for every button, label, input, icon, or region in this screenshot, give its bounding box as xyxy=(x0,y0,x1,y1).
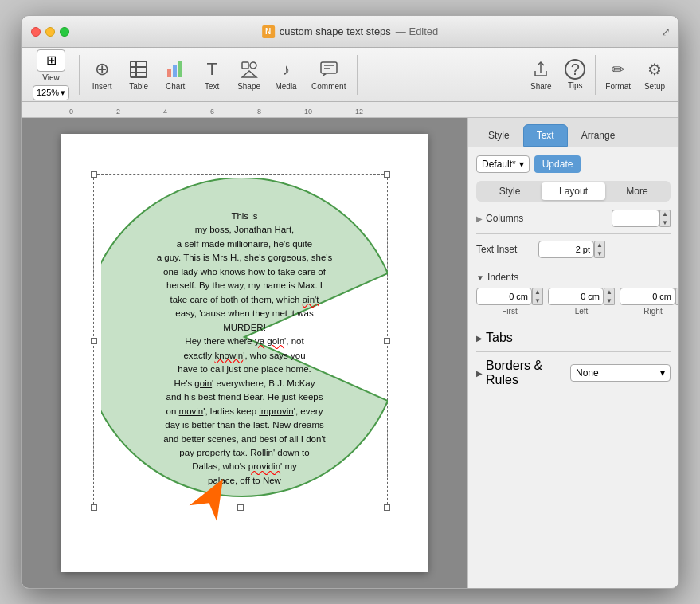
comment-button[interactable]: Comment xyxy=(305,55,352,94)
view-control: ⊞ View 125% ▾ xyxy=(28,46,74,104)
indent-right-label: Right xyxy=(643,307,662,316)
main-content: This is my boss, Jonathan Hart, a self-m… xyxy=(22,118,678,588)
tab-text-label: Text xyxy=(537,130,554,141)
view-button[interactable]: ⊞ View xyxy=(37,49,65,82)
format-button[interactable]: ✏ Format xyxy=(599,55,637,94)
indent-left-row: ▲ ▼ xyxy=(548,288,615,305)
chart-button[interactable]: Chart xyxy=(158,55,193,94)
text-button[interactable]: T Text xyxy=(194,55,229,94)
insert-button[interactable]: ⊕ Insert xyxy=(84,55,119,94)
text-label: Text xyxy=(205,82,219,91)
share-button[interactable]: Share xyxy=(523,55,558,94)
sub-tab-layout[interactable]: Layout xyxy=(542,182,605,200)
indents-header[interactable]: ▼ Indents xyxy=(476,272,671,283)
comment-label: Comment xyxy=(311,82,346,91)
close-button[interactable] xyxy=(31,27,41,37)
divider-1 xyxy=(476,233,671,234)
indent-right-input[interactable] xyxy=(620,288,675,305)
comment-icon xyxy=(318,58,340,80)
expand-button[interactable]: ⤢ xyxy=(661,25,671,38)
indent-right-increment[interactable]: ▲ xyxy=(675,288,678,296)
default-dropdown[interactable]: Default* ▾ xyxy=(476,155,530,173)
separator-2 xyxy=(357,55,358,95)
setup-label: Setup xyxy=(644,82,665,91)
borders-label: Borders & Rules xyxy=(486,359,565,387)
shape-label: Shape xyxy=(237,82,260,91)
view-label: View xyxy=(42,73,60,82)
sub-tab-style[interactable]: Style xyxy=(478,182,542,200)
plain-underline-1: goin xyxy=(194,378,212,388)
tips-button[interactable]: ? Tips xyxy=(558,56,592,93)
sub-tab-style-label: Style xyxy=(499,186,521,197)
window-title: N custom shape text steps — Edited xyxy=(262,25,439,38)
tab-text[interactable]: Text xyxy=(523,124,568,147)
columns-input[interactable] xyxy=(612,210,659,227)
indent-first-decrement[interactable]: ▼ xyxy=(532,296,543,305)
borders-dropdown[interactable]: None ▾ xyxy=(570,364,671,382)
separator xyxy=(79,55,80,95)
ruler-marks: 0 2 4 6 8 10 12 xyxy=(69,108,363,116)
indent-first-increment[interactable]: ▲ xyxy=(532,288,543,296)
text-icon: T xyxy=(201,58,223,80)
default-value: Default* xyxy=(482,159,516,170)
shape-button[interactable]: Shape xyxy=(231,55,267,94)
panel-body: Default* ▾ Update Style Layout More xyxy=(468,147,678,588)
columns-decrement[interactable]: ▼ xyxy=(659,218,671,227)
app-icon: N xyxy=(262,25,275,38)
maximize-button[interactable] xyxy=(60,27,69,37)
indent-left-group: ▲ ▼ Left xyxy=(548,288,615,316)
divider-4 xyxy=(476,351,671,352)
minimize-button[interactable] xyxy=(45,27,55,37)
handle-top-left[interactable] xyxy=(91,171,97,178)
borders-triangle-icon: ▶ xyxy=(476,369,483,378)
indent-left-increment[interactable]: ▲ xyxy=(604,288,615,296)
tabs-row[interactable]: ▶ Tabs xyxy=(476,331,671,345)
dropdown-chevron-icon: ▾ xyxy=(519,159,524,170)
indent-left-decrement[interactable]: ▼ xyxy=(604,296,615,305)
shape-icon xyxy=(238,58,260,80)
handle-left-middle[interactable] xyxy=(91,338,97,344)
sub-tab-more-label: More xyxy=(626,186,647,197)
format-label: Format xyxy=(605,82,631,91)
indent-first-input[interactable] xyxy=(476,288,532,305)
sub-tab-more[interactable]: More xyxy=(605,182,669,200)
handle-bottom-left[interactable] xyxy=(91,504,97,511)
text-inset-label: Text Inset xyxy=(476,244,532,255)
text-inset-increment[interactable]: ▲ xyxy=(594,241,605,249)
wavy-underline-3: goin xyxy=(267,336,284,346)
setup-button[interactable]: ⚙ Setup xyxy=(637,55,672,94)
text-inset-input[interactable] xyxy=(538,241,594,258)
zoom-value: 125% xyxy=(37,88,59,97)
table-button[interactable]: Table xyxy=(121,55,156,94)
sub-tab-layout-label: Layout xyxy=(559,186,588,197)
titlebar: N custom shape text steps — Edited ⤢ xyxy=(22,16,678,48)
tab-style-label: Style xyxy=(488,130,510,141)
columns-label: Columns xyxy=(486,213,523,224)
indent-left-input[interactable] xyxy=(548,288,604,305)
tab-style[interactable]: Style xyxy=(475,124,523,147)
tabs-triangle-icon: ▶ xyxy=(476,334,483,343)
update-button[interactable]: Update xyxy=(534,155,581,173)
plain-underline-3: improvin xyxy=(259,406,293,416)
right-tools: Share ? Tips ✏ Format ⚙ Setup xyxy=(523,55,672,95)
main-window: N custom shape text steps — Edited ⤢ ⊞ V… xyxy=(21,15,679,589)
divider-3 xyxy=(476,324,671,324)
handle-bottom-right[interactable] xyxy=(384,504,390,511)
text-inset-decrement[interactable]: ▼ xyxy=(594,249,605,258)
indent-right-group: ▲ ▼ Right xyxy=(620,288,678,316)
tab-arrange[interactable]: Arrange xyxy=(568,124,629,147)
custom-shape[interactable]: This is my boss, Jonathan Hart, a self-m… xyxy=(101,178,388,500)
canvas-area[interactable]: This is my boss, Jonathan Hart, a self-m… xyxy=(22,118,467,588)
columns-header: ▶ Columns xyxy=(476,213,607,224)
media-button[interactable]: ♪ Media xyxy=(268,55,303,94)
svg-rect-7 xyxy=(242,62,248,69)
ruler: 0 2 4 6 8 10 12 xyxy=(22,102,678,118)
zoom-chevron-icon: ▾ xyxy=(61,88,65,98)
indent-right-decrement[interactable]: ▼ xyxy=(675,296,678,305)
columns-increment[interactable]: ▲ xyxy=(659,210,671,218)
wavy-underline-5: providin xyxy=(248,461,280,471)
handle-top-right[interactable] xyxy=(384,171,390,178)
divider-2 xyxy=(476,265,671,265)
zoom-dropdown[interactable]: 125% ▾ xyxy=(33,85,69,100)
borders-chevron-icon: ▾ xyxy=(660,367,665,378)
